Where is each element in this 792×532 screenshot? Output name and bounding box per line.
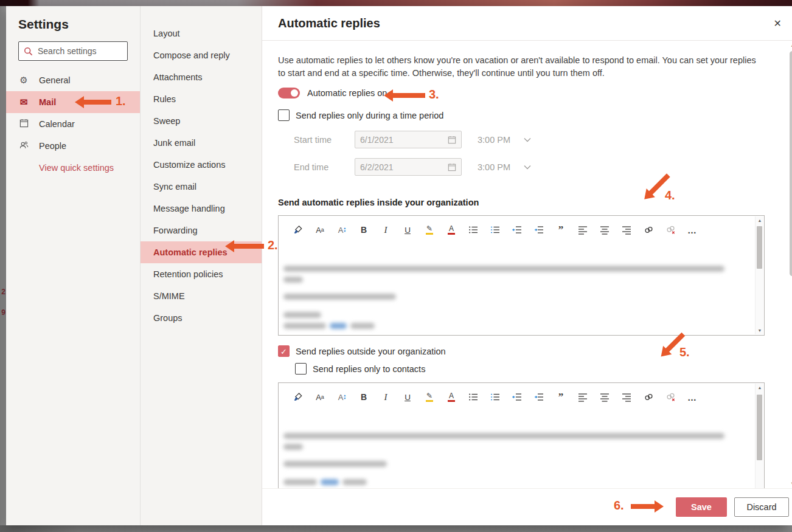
numbered-list-icon[interactable]: [484, 389, 506, 405]
nav-item-sync-email[interactable]: Sync email: [141, 176, 262, 198]
increase-indent-icon[interactable]: [528, 389, 550, 405]
sidebar-item-general[interactable]: ⚙ General: [18, 69, 128, 91]
nav-item-attachments[interactable]: Attachments: [141, 66, 262, 88]
nav-item-groups[interactable]: Groups: [141, 307, 262, 329]
bulleted-list-icon[interactable]: [462, 222, 484, 238]
insert-link-icon[interactable]: [637, 222, 659, 238]
chevron-down-icon[interactable]: [524, 137, 531, 142]
remove-link-icon[interactable]: [659, 389, 681, 405]
end-time-label: End time: [294, 162, 355, 172]
remove-link-icon[interactable]: [659, 222, 681, 238]
align-right-icon[interactable]: [616, 222, 637, 238]
underline-icon[interactable]: U: [397, 222, 419, 238]
scroll-down-icon[interactable]: ▼: [756, 328, 764, 333]
format-toolbar: Aa A▴▾ B I U ✎ A ” …: [279, 216, 764, 241]
contacts-only-label: Send replies only to contacts: [313, 364, 425, 374]
sidebar-item-label: Mail: [39, 97, 56, 107]
insert-link-icon[interactable]: [637, 389, 659, 405]
blurred-text-line: [283, 266, 724, 272]
sidebar-item-calendar[interactable]: Calendar: [18, 113, 128, 135]
view-quick-settings-link[interactable]: View quick settings: [39, 163, 128, 173]
sidebar-item-people[interactable]: People: [18, 135, 128, 157]
outside-org-checkbox[interactable]: ✓: [278, 345, 290, 357]
panel-scrollbar[interactable]: ▲ ▼: [788, 43, 792, 486]
decrease-indent-icon[interactable]: [506, 222, 528, 238]
decrease-indent-icon[interactable]: [506, 389, 528, 405]
nav-item-customize-actions[interactable]: Customize actions: [141, 154, 262, 176]
align-right-icon[interactable]: [616, 389, 637, 405]
scroll-down-icon[interactable]: ▼: [788, 481, 792, 486]
align-left-icon[interactable]: [572, 389, 594, 405]
editor-blurred-content: [279, 241, 764, 329]
outside-org-row: ✓ Send replies outside your organization: [278, 345, 765, 357]
gear-icon: ⚙: [18, 75, 29, 86]
nav-item-retention-policies[interactable]: Retention policies: [141, 263, 262, 285]
search-icon: [24, 47, 33, 56]
start-time-value[interactable]: 3:00 PM: [478, 135, 510, 145]
editor-blurred-content: [279, 409, 764, 485]
more-options-icon[interactable]: …: [681, 222, 703, 238]
align-center-icon[interactable]: [594, 222, 616, 238]
step2-arrow: [225, 240, 264, 252]
discard-button[interactable]: Discard: [734, 497, 789, 517]
outside-org-editor[interactable]: Aa A▴▾ B I U ✎ A ” …: [278, 382, 765, 492]
time-period-checkbox[interactable]: [278, 109, 290, 121]
save-button[interactable]: Save: [676, 497, 727, 517]
font-color-icon[interactable]: A: [440, 222, 462, 238]
nav-item-rules[interactable]: Rules: [141, 88, 262, 110]
nav-item-layout[interactable]: Layout: [141, 22, 262, 44]
chevron-down-icon[interactable]: [524, 165, 531, 170]
font-name-icon[interactable]: Aa: [309, 222, 331, 238]
scrollbar-thumb[interactable]: [790, 51, 792, 276]
quote-icon[interactable]: ”: [550, 222, 572, 238]
start-date-field[interactable]: 6/1/2021: [355, 131, 462, 148]
highlight-icon[interactable]: ✎: [419, 389, 440, 405]
nav-item-smime[interactable]: S/MIME: [141, 285, 262, 307]
settings-dialog-title: Settings: [18, 17, 128, 32]
scroll-up-icon[interactable]: ▲: [756, 218, 764, 223]
settings-dialog: Settings Search settings ⚙ General ✉ Mai…: [6, 6, 786, 525]
underline-icon[interactable]: U: [397, 389, 419, 405]
scroll-up-icon[interactable]: ▲: [756, 385, 764, 390]
format-painter-icon[interactable]: [287, 389, 309, 405]
scrollbar-thumb[interactable]: [757, 226, 762, 269]
step1-number: 1.: [116, 94, 126, 108]
bulleted-list-icon[interactable]: [462, 389, 484, 405]
background-theme-banner: [0, 0, 792, 6]
nav-item-forwarding[interactable]: Forwarding: [141, 219, 262, 241]
more-options-icon[interactable]: …: [681, 389, 703, 405]
contacts-only-checkbox[interactable]: [295, 363, 307, 375]
blurred-text-line: [283, 461, 387, 467]
italic-icon[interactable]: I: [375, 222, 397, 238]
font-size-icon[interactable]: A▴▾: [331, 389, 353, 405]
format-painter-icon[interactable]: [287, 222, 309, 238]
bold-icon[interactable]: B: [353, 222, 375, 238]
inside-org-editor[interactable]: Aa A▴▾ B I U ✎ A ” …: [278, 215, 765, 336]
close-icon[interactable]: ✕: [771, 15, 784, 32]
editor-scrollbar[interactable]: ▲: [755, 384, 763, 491]
automatic-replies-toggle[interactable]: [278, 88, 300, 98]
font-size-icon[interactable]: A▴▾: [331, 222, 353, 238]
nav-item-sweep[interactable]: Sweep: [141, 110, 262, 132]
numbered-list-icon[interactable]: [484, 222, 506, 238]
align-center-icon[interactable]: [594, 389, 616, 405]
align-left-icon[interactable]: [572, 222, 594, 238]
font-name-icon[interactable]: Aa: [309, 389, 331, 405]
end-date-field[interactable]: 6/2/2021: [355, 158, 462, 176]
increase-indent-icon[interactable]: [528, 222, 550, 238]
nav-item-compose-and-reply[interactable]: Compose and reply: [141, 44, 262, 66]
scrollbar-thumb[interactable]: [757, 395, 762, 460]
settings-sidebar: Settings Search settings ⚙ General ✉ Mai…: [6, 6, 140, 525]
font-color-icon[interactable]: A: [440, 389, 462, 405]
search-settings-input[interactable]: Search settings: [18, 41, 128, 61]
highlight-icon[interactable]: ✎: [419, 222, 440, 238]
end-time-value[interactable]: 3:00 PM: [478, 162, 510, 172]
editor-scrollbar[interactable]: ▲ ▼: [755, 216, 763, 334]
italic-icon[interactable]: I: [375, 389, 397, 405]
quote-icon[interactable]: ”: [550, 389, 572, 405]
nav-item-junk-email[interactable]: Junk email: [141, 132, 262, 154]
bold-icon[interactable]: B: [353, 389, 375, 405]
nav-item-message-handling[interactable]: Message handling: [141, 198, 262, 219]
scroll-up-icon[interactable]: ▲: [788, 43, 792, 48]
background-bottom-strip: [0, 525, 792, 532]
